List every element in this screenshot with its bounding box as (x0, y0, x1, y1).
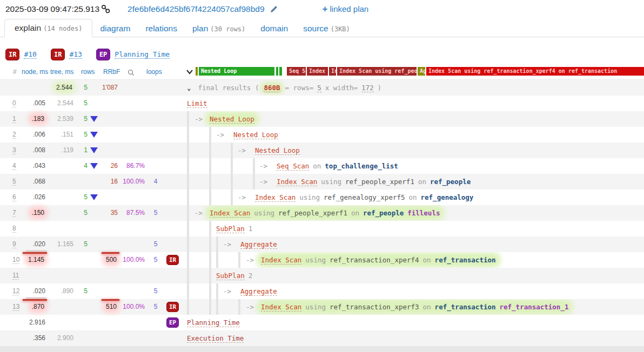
node-type-link[interactable]: Index Scan (261, 256, 301, 265)
flame-bar-segment[interactable]: Ag (418, 67, 425, 76)
permalink-icon[interactable] (101, 4, 110, 13)
subplan-number: 2 (249, 272, 253, 280)
add-linked-plan-link[interactable]: + linked plan (323, 4, 369, 15)
row-number-link[interactable]: 1 (12, 115, 16, 123)
plan-hash-link[interactable]: 2fe6bfe6d425bf67f4224057caf98bd9 (128, 4, 264, 14)
edit-icon[interactable] (270, 5, 278, 13)
tree-ms-cell (45, 252, 73, 268)
node-time-value: .043 (33, 162, 45, 170)
tab-suffix: (30 rows) (210, 25, 245, 33)
triangle-cell (88, 330, 100, 346)
result-detail-link[interactable]: 5 (317, 84, 321, 92)
node-type-link[interactable]: SubPlan (216, 272, 245, 280)
row-badge-cell (166, 96, 184, 111)
flame-bar-segment[interactable]: Nested Loop (199, 67, 274, 76)
node-type-link[interactable]: Index Scan (261, 303, 301, 312)
row-ep-badge[interactable]: EP (166, 317, 179, 328)
flame-bar-segment[interactable] (279, 67, 282, 76)
tab-explain[interactable]: explain(14 nodes) (4, 19, 92, 37)
expand-chevron-icon[interactable]: ⌄ (187, 84, 191, 92)
row-number-cell: 11 (0, 268, 22, 283)
col-header-rrbf[interactable]: RRbF (103, 68, 120, 76)
row-number-link[interactable]: 6 (12, 193, 16, 201)
row-number-link[interactable]: 5 (12, 178, 16, 186)
row-number-link[interactable]: 8 (12, 225, 16, 233)
row-number-link[interactable]: 11 (12, 272, 19, 280)
node-type-link[interactable]: Nested Loop (210, 115, 254, 124)
row-number-link[interactable]: 0 (12, 99, 16, 107)
tab-plan[interactable]: plan(30 rows) (185, 20, 253, 37)
badge-link[interactable]: #10 (24, 50, 36, 59)
row-number-link[interactable]: 3 (12, 146, 16, 154)
collapse-triangle-icon[interactable] (90, 147, 98, 153)
relation-name: top_challenge_list (325, 162, 398, 170)
flame-bar-segment[interactable]: Seq Sc (287, 67, 306, 76)
flame-bar-segment[interactable]: Index Scan using ref_transaction_xperf4 … (426, 67, 644, 76)
flame-segment-label: Ag (418, 68, 425, 74)
triangle-cell (88, 315, 100, 330)
row-ir-badge[interactable]: IR (166, 255, 179, 265)
node-type-link[interactable]: Nested Loop (233, 131, 278, 139)
node-type-link[interactable]: Limit (187, 99, 207, 108)
tab-domain[interactable]: domain (253, 20, 296, 37)
index-name: ref_people_xperf1 (345, 178, 414, 186)
flame-bar-segment[interactable] (276, 67, 278, 76)
search-icon[interactable] (128, 69, 135, 78)
node-type-link[interactable]: Seq Scan (277, 162, 309, 171)
collapse-triangle-icon[interactable] (90, 132, 98, 138)
flame-bar-segment[interactable]: Index Scan using ref_peo (337, 67, 417, 76)
tree-ms-cell (45, 299, 73, 315)
timing-label-link[interactable]: Execution Time (187, 334, 244, 343)
flame-bar-segment[interactable] (196, 67, 198, 76)
collapse-triangle-icon[interactable] (90, 116, 98, 122)
node-type-link[interactable]: Index Scan (255, 193, 296, 202)
row-number-link[interactable]: 4 (12, 162, 16, 170)
tree-ms-cell (45, 189, 73, 205)
tab-diagram[interactable]: diagram (92, 20, 138, 37)
node-type-link[interactable]: Aggregate (240, 240, 277, 249)
node-type-link[interactable]: Nested Loop (255, 146, 300, 155)
node-ms-cell: .026 (22, 189, 45, 205)
plan-text: ->Nested Loop (184, 143, 644, 158)
badge-link[interactable]: #13 (69, 50, 82, 59)
row-number-link[interactable]: 10 (12, 256, 19, 264)
node-type-link[interactable]: SubPlan (216, 225, 245, 233)
row-number-link[interactable]: 9 (12, 240, 16, 248)
flame-bar-segment[interactable]: Ind (329, 67, 336, 76)
col-header-node-ms[interactable]: node, ms (22, 68, 48, 76)
badge-link[interactable]: Planning Time (115, 50, 170, 59)
node-type-link[interactable]: Index Scan (210, 209, 250, 218)
node-time-value: .356 (33, 334, 45, 342)
collapse-all-chevron-icon[interactable] (186, 69, 193, 76)
node-type-link[interactable]: Aggregate (240, 287, 277, 296)
triangle-cell (88, 189, 100, 205)
index-name: ref_people_xperf1 (278, 209, 347, 217)
ep-badge: EP (96, 49, 110, 60)
col-header-tree-ms[interactable]: tree, ms (50, 68, 73, 76)
flame-bar-segment[interactable]: Index Scan (307, 67, 328, 76)
loops-cell (145, 143, 166, 158)
node-type-link[interactable]: Index Scan (277, 178, 317, 186)
col-header-loops[interactable]: loops (146, 68, 162, 76)
triangle-cell (88, 268, 100, 283)
plan-keyword: = rows= (285, 84, 314, 92)
plan-text-cell: Execution Time (184, 330, 644, 346)
row-number-link[interactable]: 2 (12, 131, 16, 139)
timing-label-link[interactable]: Planning Time (187, 319, 240, 327)
result-bytes-link[interactable]: 860B (263, 84, 281, 92)
row-ir-badge[interactable]: IR (166, 302, 179, 312)
plan-text: Execution Time (184, 330, 644, 346)
col-header-rows[interactable]: rows (81, 68, 95, 76)
result-detail-link[interactable]: 172 (361, 84, 374, 92)
node-ms-cell: .005 (22, 96, 45, 111)
row-number-link[interactable]: 7 (12, 209, 16, 217)
row-badge-cell (166, 143, 184, 158)
row-number-link[interactable]: 13 (12, 303, 19, 311)
row-number-link[interactable]: 12 (12, 287, 19, 295)
table-row: 2.916EPPlanning Time (0, 315, 644, 330)
collapse-triangle-icon[interactable] (90, 163, 98, 169)
collapse-triangle-icon[interactable] (90, 194, 98, 200)
tab-relations[interactable]: relations (138, 20, 185, 37)
plan-keyword: using (305, 256, 326, 264)
tab-source[interactable]: source(3KB) (296, 20, 358, 37)
